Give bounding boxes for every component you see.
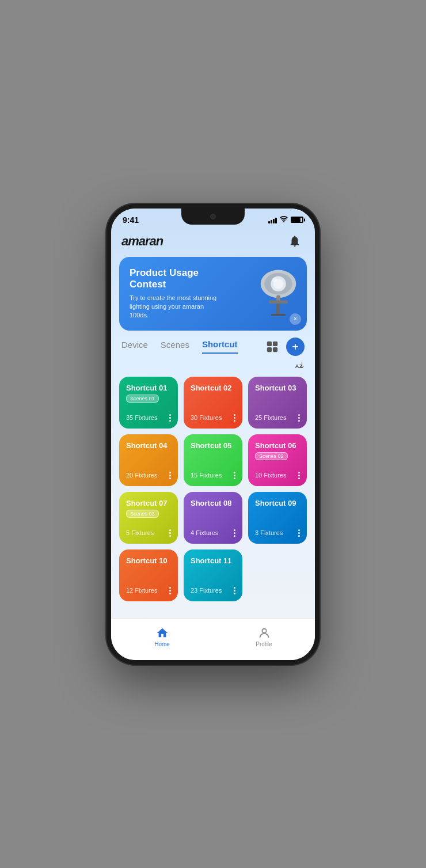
shortcut-card-09[interactable]: Shortcut 09 3 Fixtures: [248, 492, 307, 544]
fixtures-count-11: 23 Fixtures: [191, 587, 222, 594]
shortcut-name-09: Shortcut 09: [255, 499, 301, 508]
shortcut-card-10[interactable]: Shortcut 10 12 Fixtures: [119, 549, 178, 601]
more-button-02[interactable]: [233, 413, 237, 423]
shortcut-card-03[interactable]: Shortcut 03 25 Fixtures: [248, 377, 307, 429]
shortcut-name-07: Shortcut 07: [126, 499, 172, 508]
more-button-10[interactable]: [168, 586, 172, 596]
bottom-navigation: Home Profile: [111, 619, 315, 660]
header: amaran: [111, 227, 315, 257]
shortcut-name-05: Shortcut 05: [191, 441, 237, 450]
profile-icon: [258, 627, 271, 639]
phone-inner: 9:41: [111, 209, 315, 660]
notch: [181, 209, 245, 225]
shortcut-footer-07: 5 Fixtures: [126, 528, 172, 538]
fixtures-count-04: 20 Fixtures: [126, 472, 157, 479]
shortcut-card-06[interactable]: Shortcut 06 Scenes 02 10 Fixtures: [248, 434, 307, 486]
more-button-03[interactable]: [297, 413, 301, 423]
tabs-actions: +: [263, 338, 305, 356]
shortcut-card-08[interactable]: Shortcut 08 4 Fixtures: [184, 492, 242, 544]
shortcut-card-04[interactable]: Shortcut 04 20 Fixtures: [119, 434, 178, 486]
nav-home[interactable]: Home: [111, 619, 213, 660]
shortcut-footer-02: 30 Fixtures: [191, 413, 237, 423]
svg-rect-10: [273, 342, 277, 346]
shortcut-name-04: Shortcut 04: [126, 441, 172, 450]
battery-icon: [291, 217, 303, 223]
shortcut-card-02[interactable]: Shortcut 02 30 Fixtures: [184, 377, 242, 429]
status-time: 9:41: [123, 215, 139, 225]
scene-tag-06: Scenes 02: [255, 452, 288, 460]
svg-rect-12: [273, 347, 277, 352]
sort-row: AZ: [111, 359, 315, 374]
more-button-05[interactable]: [233, 471, 237, 480]
more-button-09[interactable]: [297, 528, 301, 538]
shortcut-card-01[interactable]: Shortcut 01 Scenes 01 35 Fixtures: [119, 377, 178, 429]
shortcut-footer-10: 12 Fixtures: [126, 586, 172, 596]
shortcut-footer-11: 23 Fixtures: [191, 586, 237, 596]
svg-rect-5: [269, 300, 288, 304]
shortcut-name-02: Shortcut 02: [191, 384, 237, 393]
shortcut-card-11[interactable]: Shortcut 11 23 Fixtures: [184, 549, 242, 601]
fixtures-count-09: 3 Fixtures: [255, 529, 283, 536]
more-button-04[interactable]: [168, 471, 172, 480]
fixtures-count-06: 10 Fixtures: [255, 472, 286, 479]
shortcut-footer-08: 4 Fixtures: [191, 528, 237, 538]
grid-view-button[interactable]: [263, 338, 282, 356]
sort-button[interactable]: AZ: [294, 361, 305, 371]
app-logo: amaran: [121, 234, 163, 249]
shortcut-footer-04: 20 Fixtures: [126, 471, 172, 480]
nav-profile-label: Profile: [256, 641, 272, 647]
fixtures-count-07: 5 Fixtures: [126, 529, 154, 536]
banner-title: Product Usage Contest: [130, 267, 222, 290]
svg-rect-9: [267, 342, 272, 346]
shortcut-footer-05: 15 Fixtures: [191, 471, 237, 480]
svg-point-8: [272, 277, 277, 282]
phone-frame: 9:41: [106, 204, 320, 665]
bell-button[interactable]: [285, 232, 305, 251]
add-shortcut-button[interactable]: +: [286, 338, 305, 356]
banner-close-button[interactable]: ×: [290, 313, 301, 325]
shortcut-name-06: Shortcut 06: [255, 441, 301, 450]
shortcut-footer-09: 3 Fixtures: [255, 528, 301, 538]
tab-shortcut[interactable]: Shortcut: [202, 339, 238, 354]
notch-camera: [210, 214, 216, 219]
more-button-08[interactable]: [233, 528, 237, 538]
shortcut-name-11: Shortcut 11: [191, 556, 237, 566]
shortcut-footer-03: 25 Fixtures: [255, 413, 301, 423]
shortcut-card-05[interactable]: Shortcut 05 15 Fixtures: [184, 434, 242, 486]
shortcut-name-03: Shortcut 03: [255, 384, 301, 393]
main-tabs: Device Scenes Shortcut +: [111, 338, 315, 356]
shortcut-footer-01: 35 Fixtures: [126, 413, 172, 423]
nav-home-label: Home: [154, 641, 170, 647]
svg-point-14: [262, 629, 266, 633]
more-button-11[interactable]: [233, 586, 237, 596]
promo-banner[interactable]: Product Usage Contest Try to create the …: [119, 257, 307, 331]
tab-device[interactable]: Device: [121, 340, 148, 353]
fixtures-count-08: 4 Fixtures: [191, 529, 218, 536]
wifi-icon: [280, 215, 288, 224]
status-icons: [268, 215, 303, 224]
shortcut-name-01: Shortcut 01: [126, 384, 172, 393]
svg-text:AZ: AZ: [295, 362, 303, 369]
scene-tag-01: Scenes 01: [126, 395, 159, 403]
shortcut-card-07[interactable]: Shortcut 07 Scenes 03 5 Fixtures: [119, 492, 178, 544]
svg-rect-11: [267, 347, 272, 352]
fixtures-count-03: 25 Fixtures: [255, 414, 286, 421]
more-button-01[interactable]: [168, 413, 172, 423]
main-content: amaran Product Usage Contest Try to crea…: [111, 227, 315, 660]
fixtures-count-01: 35 Fixtures: [126, 414, 157, 421]
fixtures-count-02: 30 Fixtures: [191, 414, 222, 421]
nav-profile[interactable]: Profile: [213, 619, 315, 660]
shortcut-footer-06: 10 Fixtures: [255, 471, 301, 480]
more-button-06[interactable]: [297, 471, 301, 480]
fixtures-count-10: 12 Fixtures: [126, 587, 157, 594]
banner-description: Try to create the most stunning lighting…: [130, 294, 222, 320]
shortcuts-grid: Shortcut 01 Scenes 01 35 Fixtures Shortc…: [111, 374, 315, 607]
scene-tag-07: Scenes 03: [126, 510, 159, 518]
signal-bars-icon: [268, 217, 277, 223]
tab-scenes[interactable]: Scenes: [161, 340, 189, 353]
fixtures-count-05: 15 Fixtures: [191, 472, 222, 479]
home-icon: [156, 627, 169, 639]
shortcut-name-10: Shortcut 10: [126, 556, 172, 566]
more-button-07[interactable]: [168, 528, 172, 538]
svg-rect-6: [276, 303, 280, 314]
